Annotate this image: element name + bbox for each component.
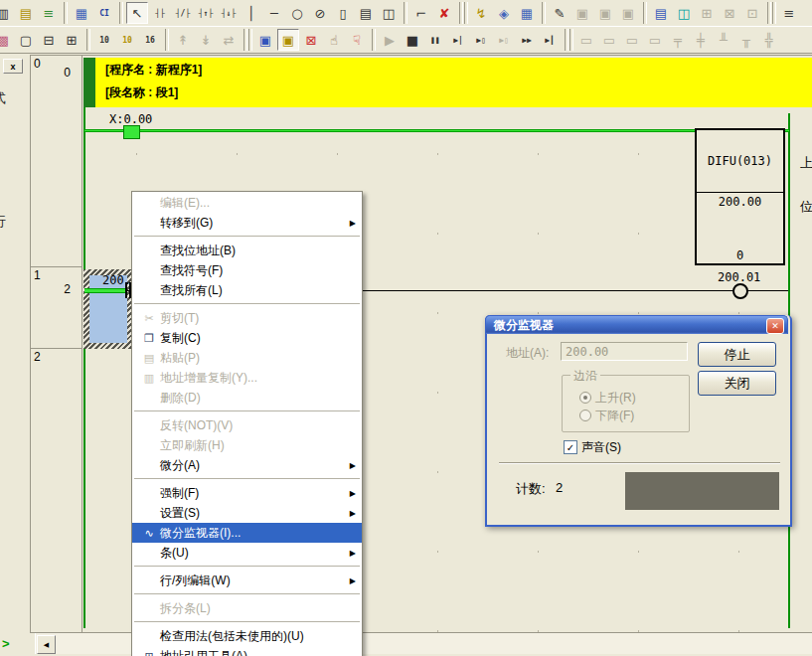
menu-item-immediate-refresh[interactable]: 立即刷新(H) — [132, 435, 362, 455]
menu-item-find-all[interactable]: 查找所有(L) — [132, 280, 362, 300]
window-find-icon[interactable]: ⊠ — [719, 2, 740, 24]
stop-icon[interactable]: ■ — [402, 29, 423, 51]
menu-item-edit[interactable]: 编辑(E)... — [132, 193, 362, 213]
menu-item-check-usage[interactable]: 检查用法(包括未使用的)(U) — [132, 626, 362, 646]
download-icon[interactable]: ↡ — [195, 29, 217, 51]
output-coil[interactable] — [732, 283, 748, 299]
differentiate-icon[interactable]: ◈ — [493, 2, 515, 24]
differential-toolbar-icon-4[interactable]: ╥ — [735, 29, 757, 51]
pause-monitoring-icon[interactable]: ⊠ — [300, 29, 322, 51]
sound-checkbox[interactable]: ✓ — [564, 440, 577, 454]
menu-item-set[interactable]: 设置(S) ▶ — [132, 503, 362, 523]
toolbar-overflow-chevron-icon[interactable]: > — [2, 636, 10, 651]
step-into-icon[interactable]: ▶▯ — [470, 29, 492, 51]
transfer-icon[interactable]: ⇄ — [218, 29, 240, 51]
force-cancel-hand-icon[interactable]: ☟ — [346, 29, 368, 51]
symbol-table-icon[interactable]: ≡ — [38, 2, 60, 24]
page-view-icon[interactable]: ▢ — [15, 29, 37, 51]
open-contact-tool-icon[interactable]: ┤├ — [149, 2, 171, 24]
line-connect-tool-icon[interactable]: ⌐ — [410, 2, 432, 24]
run-icon[interactable]: ▶ — [379, 29, 401, 51]
menu-item-address-reference-tool[interactable]: ⊞ 地址引用工具(A) — [132, 646, 362, 656]
mnemonic-view-icon[interactable]: ▤ — [15, 2, 37, 24]
menu-item-differential-monitor[interactable]: ∿ 微分监视器(I)... — [132, 523, 362, 543]
pane-monitor-icon-3[interactable]: ▭ — [621, 29, 643, 51]
scan-run-icon[interactable]: ▶┃ — [539, 29, 561, 51]
ci-view-icon[interactable]: CI — [93, 2, 115, 24]
instruction-block-tool-icon[interactable]: ▤ — [355, 2, 377, 24]
address-field[interactable]: 200.00 — [561, 342, 688, 361]
upload-icon[interactable]: ↟ — [172, 29, 194, 51]
grid-edit-icon[interactable]: ▦ — [516, 2, 538, 24]
sma-grid-icon[interactable]: ▦ — [71, 2, 92, 24]
open-contact-energized[interactable] — [123, 125, 140, 139]
menu-item-force[interactable]: 强制(F) ▶ — [132, 483, 362, 503]
checkin-icon[interactable]: ▣ — [594, 2, 616, 24]
compare-icon[interactable]: ▣ — [617, 2, 639, 24]
instruction-tool-icon[interactable]: ▯ — [332, 2, 354, 24]
rising-edge-radio[interactable] — [579, 392, 591, 404]
menu-item-rung[interactable]: 条(U) ▶ — [132, 543, 362, 563]
decimal-monitor-icon[interactable]: 10 — [93, 29, 115, 51]
falling-contact-tool-icon[interactable]: ┤↓├ — [218, 2, 240, 24]
signed-decimal-monitor-icon[interactable]: 10 — [116, 29, 138, 51]
diagram-view-icon[interactable]: ▥ — [0, 2, 14, 24]
differential-toolbar-icon-2[interactable]: ╪ — [690, 29, 712, 51]
difu-instruction-block[interactable]: DIFU(013) 200.00 0 — [695, 128, 785, 265]
menu-item-copy[interactable]: ❐ 复制(C) — [132, 328, 362, 348]
menu-item-paste[interactable]: ▤ 粘贴(P) — [132, 348, 362, 368]
close-button[interactable]: 关闭 — [698, 371, 776, 396]
menu-item-split-rung[interactable]: 拆分条(L) — [132, 598, 362, 618]
lines-icon[interactable]: ≡ — [778, 2, 800, 24]
commit-icon[interactable]: ▣ — [571, 2, 593, 24]
dialog-view-icon[interactable]: ⊟ — [38, 29, 60, 51]
hex-monitor-icon[interactable]: 16 — [139, 29, 161, 51]
monitor-mode-icon[interactable]: ▣ — [277, 29, 299, 51]
force-hand-icon[interactable]: ☝ — [323, 29, 345, 51]
dialog-title-bar[interactable]: 微分监视器 ✕ — [485, 315, 788, 334]
menu-item-address-increment-copy[interactable]: ▥ 地址增量复制(Y)... — [132, 368, 362, 388]
vertical-line-tool-icon[interactable]: │ — [241, 2, 262, 24]
menu-item-cut[interactable]: ✂ 剪切(T) — [132, 308, 362, 328]
menu-item-differentiate[interactable]: 微分(A) ▶ — [132, 455, 362, 475]
dialog-close-icon[interactable]: ✕ — [766, 318, 784, 334]
scroll-left-arrow-icon[interactable]: ◀ — [37, 635, 56, 654]
open-coil-tool-icon[interactable]: ○ — [286, 2, 308, 24]
horizontal-line-tool-icon[interactable]: ─ — [263, 2, 285, 24]
window-check-icon[interactable]: ⊡ — [741, 2, 763, 24]
pane-monitor-icon-1[interactable]: ▭ — [575, 29, 597, 51]
differential-toolbar-icon-3[interactable]: ╨ — [713, 29, 734, 51]
pointer-tool-icon[interactable]: ↖ — [126, 2, 148, 24]
watch-window-icon[interactable]: ◫ — [673, 2, 695, 24]
work-online-icon[interactable]: ▣ — [254, 29, 276, 51]
menu-item-invert-not[interactable]: 反转(NOT)(V) — [132, 415, 362, 435]
line-delete-tool-icon[interactable]: ✘ — [433, 2, 455, 24]
step-out-icon[interactable]: ▶▯ — [493, 29, 515, 51]
stop-button[interactable]: 停止 — [698, 342, 776, 367]
differential-toolbar-icon-1[interactable]: ╤ — [667, 29, 689, 51]
closed-contact-tool-icon[interactable]: ┤/├ — [172, 2, 194, 24]
menu-item-find-symbol[interactable]: 查找符号(F) — [132, 260, 362, 280]
edit-comment-icon[interactable]: ✎ — [549, 2, 570, 24]
menu-item-find-bit-address[interactable]: 查找位地址(B) — [132, 241, 362, 260]
pause-icon[interactable]: ❚❚ — [424, 29, 446, 51]
rising-contact-tool-icon[interactable]: ┤↑├ — [195, 2, 217, 24]
io-table-icon[interactable]: ⊞ — [61, 29, 82, 51]
continuous-step-run-icon[interactable]: ▶▶ — [516, 29, 538, 51]
pane-splitter-handle[interactable] — [30, 633, 36, 654]
menu-item-goto[interactable]: 转移到(G) ▶ — [132, 213, 362, 233]
window-edit-icon[interactable]: ⊞ — [696, 2, 718, 24]
step-run-icon[interactable]: ▶| — [447, 29, 469, 51]
pane-monitor-icon-4[interactable]: ▭ — [644, 29, 666, 51]
menu-item-row-column-edit[interactable]: 行/列编辑(W) ▶ — [132, 571, 362, 590]
menu-item-delete[interactable]: 删除(D) — [132, 388, 362, 408]
instruction-operand[interactable]: 200.00 — [697, 193, 783, 211]
pane-monitor-icon-2[interactable]: ▭ — [598, 29, 620, 51]
force-set-bit-icon[interactable]: ↯ — [470, 2, 492, 24]
plc-device-icon[interactable]: ▩ — [0, 29, 14, 51]
pane-close-icon[interactable]: x — [3, 59, 23, 74]
vertical-instruction-tool-icon[interactable]: ◫ — [378, 2, 400, 24]
closed-coil-tool-icon[interactable]: ⊘ — [309, 2, 331, 24]
falling-edge-radio[interactable] — [579, 410, 591, 421]
differential-toolbar-icon-5[interactable]: ╬ — [758, 29, 780, 51]
